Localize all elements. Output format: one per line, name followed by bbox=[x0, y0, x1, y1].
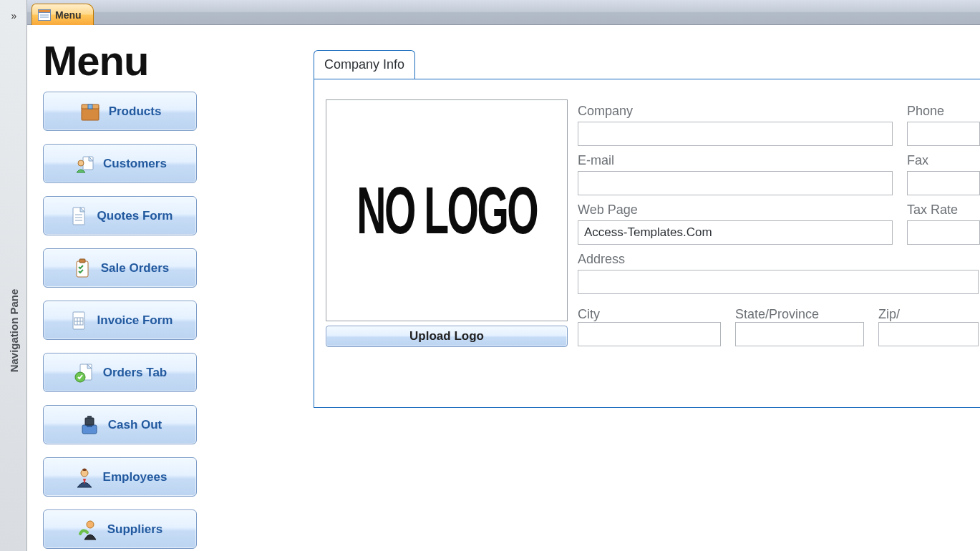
employees-button[interactable]: Employees bbox=[43, 457, 197, 497]
supplier-icon bbox=[77, 518, 100, 541]
label-address: Address bbox=[578, 252, 893, 267]
fax-field[interactable] bbox=[907, 171, 980, 195]
box-icon bbox=[79, 100, 102, 123]
menu-item-label: Products bbox=[109, 104, 162, 119]
upload-logo-button[interactable]: Upload Logo bbox=[326, 326, 568, 347]
navigation-pane[interactable]: » Navigation Pane bbox=[0, 0, 27, 551]
app-window: » Navigation Pane Menu Menu bbox=[0, 0, 980, 551]
logo-placeholder[interactable]: NO LOGO bbox=[326, 99, 568, 321]
orders-tab-button[interactable]: Orders Tab bbox=[43, 353, 197, 392]
logo-column: NO LOGO Upload Logo bbox=[326, 99, 568, 387]
email-field[interactable] bbox=[578, 171, 893, 195]
menu-item-label: Customers bbox=[103, 157, 167, 171]
orders-icon bbox=[73, 361, 96, 384]
label-taxrate: Tax Rate bbox=[907, 203, 980, 218]
svg-rect-13 bbox=[77, 261, 88, 277]
menu-item-label: Quotes Form bbox=[97, 209, 173, 223]
label-webpage: Web Page bbox=[578, 203, 893, 218]
company-field[interactable] bbox=[578, 122, 893, 146]
document-tab-label: Menu bbox=[55, 9, 82, 21]
city-field[interactable] bbox=[578, 322, 721, 346]
company-info-panel: Company Info NO LOGO Upload Logo Company bbox=[314, 25, 980, 551]
menu-item-label: Employees bbox=[103, 470, 168, 484]
fields-left-col: Company E-mail Web Page Address City bbox=[578, 99, 893, 387]
label-company: Company bbox=[578, 104, 893, 119]
menu-item-label: Invoice Form bbox=[97, 313, 173, 328]
invoice-icon bbox=[67, 309, 90, 332]
main-area: Menu Menu Products bbox=[27, 0, 980, 551]
svg-point-8 bbox=[78, 160, 84, 166]
svg-rect-24 bbox=[85, 418, 94, 425]
menu-item-label: Sale Orders bbox=[101, 261, 169, 276]
suppliers-button[interactable]: Suppliers bbox=[43, 509, 197, 549]
svg-rect-7 bbox=[83, 157, 93, 170]
logo-placeholder-text: NO LOGO bbox=[356, 173, 537, 248]
navigation-pane-label: Navigation Pane bbox=[7, 289, 19, 373]
state-field[interactable] bbox=[735, 322, 864, 346]
fields-area: Company E-mail Web Page Address City bbox=[578, 99, 980, 387]
tab-company-info[interactable]: Company Info bbox=[314, 50, 415, 79]
customers-button[interactable]: Customers bbox=[43, 144, 197, 183]
menu-item-label: Cash Out bbox=[108, 418, 162, 432]
cashout-icon bbox=[78, 414, 101, 437]
label-state: State/Province bbox=[735, 307, 864, 322]
svg-rect-1 bbox=[39, 9, 51, 12]
page-title: Menu bbox=[43, 36, 298, 84]
employee-icon bbox=[73, 466, 96, 489]
document-tabstrip: Menu bbox=[27, 0, 980, 25]
label-city: City bbox=[578, 307, 721, 322]
sale-orders-button[interactable]: Sale Orders bbox=[43, 248, 197, 288]
svg-rect-14 bbox=[79, 259, 85, 263]
tab-label: Company Info bbox=[324, 57, 404, 72]
invoice-form-button[interactable]: Invoice Form bbox=[43, 301, 197, 340]
form-icon bbox=[38, 9, 51, 21]
taxrate-field[interactable] bbox=[907, 220, 980, 245]
content: Menu Products bbox=[27, 25, 980, 551]
label-fax: Fax bbox=[907, 153, 980, 168]
document-icon bbox=[67, 205, 90, 228]
quotes-form-button[interactable]: Quotes Form bbox=[43, 196, 197, 235]
menu-column: Menu Products bbox=[27, 25, 314, 551]
svg-point-27 bbox=[87, 521, 94, 528]
menu-item-label: Orders Tab bbox=[103, 366, 167, 380]
products-button[interactable]: Products bbox=[43, 92, 197, 131]
svg-rect-6 bbox=[88, 104, 92, 109]
menu-item-label: Suppliers bbox=[107, 522, 162, 537]
cash-out-button[interactable]: Cash Out bbox=[43, 405, 197, 444]
svg-rect-25 bbox=[87, 416, 92, 418]
fields-right-col: Phone Fax Tax Rate bbox=[907, 99, 980, 387]
svg-rect-4 bbox=[82, 107, 99, 120]
phone-field[interactable] bbox=[907, 122, 980, 146]
customer-icon bbox=[73, 152, 96, 175]
label-phone: Phone bbox=[907, 104, 980, 119]
clipboard-icon bbox=[71, 257, 94, 280]
webpage-field[interactable] bbox=[578, 220, 893, 245]
expand-nav-icon[interactable]: » bbox=[11, 10, 16, 21]
label-email: E-mail bbox=[578, 153, 893, 168]
document-tab-menu[interactable]: Menu bbox=[31, 4, 94, 25]
company-info-body: NO LOGO Upload Logo Company E-mail Web P… bbox=[314, 79, 980, 408]
